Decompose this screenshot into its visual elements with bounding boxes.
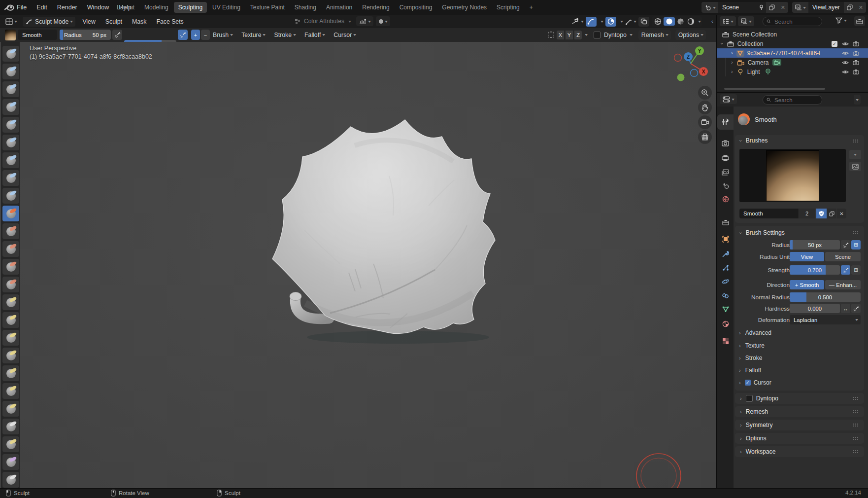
subpanel-texture[interactable]: ›Texture <box>739 341 765 350</box>
menu-brush[interactable]: Brush <box>213 32 229 38</box>
scene-unlink-button[interactable]: ✕ <box>778 2 788 13</box>
tab-sculpting[interactable]: Sculpting <box>174 2 207 13</box>
menu-stroke[interactable]: Stroke <box>274 32 292 38</box>
menu-file[interactable]: File <box>15 4 29 11</box>
shading-solid-button[interactable] <box>664 17 675 26</box>
options-drag-handle[interactable] <box>853 436 859 440</box>
direction-subtract-button[interactable]: − <box>201 30 210 40</box>
row-camera[interactable]: › Camera <box>717 58 868 67</box>
panel-dyntopo[interactable]: › Dyntopo <box>735 393 864 404</box>
symmetry-x-toggle[interactable]: X <box>557 31 564 39</box>
tool-clay-thumb[interactable] <box>2 117 19 133</box>
tool-inflate[interactable] <box>2 152 19 168</box>
display-dropdown[interactable]: ▾ <box>376 16 390 26</box>
brush-name-field[interactable]: Smooth <box>739 209 799 218</box>
tab-object[interactable] <box>717 233 734 246</box>
menu-render[interactable]: Render <box>55 4 79 11</box>
tab-constraints[interactable] <box>717 289 734 302</box>
tab-render[interactable] <box>717 137 734 149</box>
direction-smooth-button[interactable]: + Smooth <box>790 280 824 289</box>
strength-pressure-toggle[interactable] <box>178 30 188 40</box>
brush-preview-thumbnail[interactable] <box>5 30 16 40</box>
menu-texture[interactable]: Texture <box>241 32 261 38</box>
hardness-invert-button[interactable]: ↔ <box>841 304 850 313</box>
menu-falloff[interactable]: Falloff <box>304 32 321 38</box>
show-gizmos-toggle[interactable] <box>586 17 597 27</box>
tab-modeling[interactable]: Modeling <box>140 2 173 13</box>
tab-tool[interactable] <box>717 114 734 130</box>
object-hide-eye-icon[interactable] <box>842 51 849 56</box>
brush-users-count[interactable]: 2 <box>799 209 815 218</box>
scene-browse-button[interactable]: ▾ <box>701 2 718 13</box>
tool-clay[interactable] <box>2 81 19 97</box>
sculpted-leaf-object[interactable] <box>266 116 502 348</box>
ortho-perspective-toggle[interactable] <box>698 130 712 144</box>
dyntopo-checkbox[interactable] <box>594 32 601 38</box>
viewlayer-new-button[interactable] <box>844 2 856 13</box>
camera-hide-eye-icon[interactable] <box>842 60 849 65</box>
tab-geometry-nodes[interactable]: Geometry Nodes <box>437 2 491 13</box>
tab-layout[interactable]: Layout <box>112 2 139 13</box>
dyntopo-drag-handle[interactable] <box>853 396 859 400</box>
tab-scene[interactable] <box>717 179 734 192</box>
brush-settings-drag-handle[interactable] <box>853 231 859 235</box>
tool-multiplane-scrape[interactable] <box>2 259 19 275</box>
tool-simplify[interactable] <box>2 472 19 488</box>
cursor-checkbox[interactable]: ✓ <box>745 380 751 386</box>
row-scene-collection[interactable]: Scene Collection <box>717 30 868 39</box>
tool-clay-strips[interactable] <box>2 99 19 115</box>
tab-view-layer[interactable] <box>717 166 734 178</box>
symmetry-drag-handle[interactable] <box>853 423 859 427</box>
outliner-search-input[interactable] <box>773 18 818 25</box>
remesh-drag-handle[interactable] <box>853 410 859 414</box>
tool-elastic-deform[interactable] <box>2 312 19 328</box>
new-collection-button[interactable] <box>854 16 865 26</box>
dyntopo-panel-checkbox[interactable] <box>746 395 753 402</box>
menu-face-sets[interactable]: Face Sets <box>156 18 183 25</box>
scene-name-field[interactable]: Scene <box>718 4 757 11</box>
tool-snake-hook[interactable] <box>2 330 19 346</box>
annotate-tool-button[interactable]: ▾ <box>625 18 636 25</box>
camera-expand-icon[interactable]: › <box>731 60 733 65</box>
properties-search-input[interactable] <box>773 97 818 104</box>
scene-pin-icon[interactable] <box>757 2 766 13</box>
tab-rendering[interactable]: Rendering <box>358 2 394 13</box>
menu-edit[interactable]: Edit <box>34 4 49 11</box>
blender-logo-icon[interactable] <box>4 3 14 11</box>
menu-cursor[interactable]: Cursor <box>334 32 352 38</box>
tool-rotate[interactable] <box>2 401 19 417</box>
gizmo-negx-ball[interactable] <box>674 54 682 62</box>
outliner-type-button[interactable]: ▾ <box>720 16 736 26</box>
show-gizmo-context-button[interactable]: ▾ <box>571 18 583 25</box>
panel-symmetry[interactable]: › Symmetry <box>735 420 864 430</box>
symmetry-y-toggle[interactable]: Y <box>566 31 573 39</box>
menu-sculpt[interactable]: Sculpt <box>105 18 122 25</box>
tab-shading[interactable]: Shading <box>290 2 321 13</box>
menu-mask[interactable]: Mask <box>132 18 146 25</box>
properties-options-button[interactable]: ▾ <box>854 95 861 105</box>
properties-type-button[interactable]: ▾ <box>720 94 737 104</box>
tab-texture-paint[interactable]: Texture Paint <box>246 2 289 13</box>
scene-new-button[interactable] <box>766 2 778 13</box>
shading-material-button[interactable] <box>676 17 685 26</box>
row-collection[interactable]: › Collection ✓ <box>717 39 868 48</box>
tool-nudge[interactable] <box>2 383 19 399</box>
outliner-filter-display-button[interactable]: ▾ <box>738 16 754 26</box>
tool-boundary[interactable] <box>2 436 19 452</box>
remesh-menu[interactable]: Remesh▾ <box>638 30 671 40</box>
xray-toggle[interactable] <box>638 17 649 27</box>
tool-scrape[interactable] <box>2 241 19 257</box>
mode-selector[interactable]: Sculpt Mode ▾ <box>23 17 75 27</box>
brush-icon-button[interactable] <box>849 162 861 171</box>
collection-render-icon[interactable] <box>853 41 859 46</box>
row-active-object[interactable]: › 9c3a5ae7-7701-4074-a8f6-8cf8acaa8b02 <box>717 48 868 58</box>
outliner-filter-button[interactable]: ▾ <box>835 17 846 24</box>
tab-object-data[interactable] <box>717 303 734 316</box>
camera-render-icon[interactable] <box>853 60 859 65</box>
tab-uv-editing[interactable]: UV Editing <box>208 2 245 13</box>
gizmo-negz-ball[interactable] <box>691 70 698 77</box>
tool-crease[interactable] <box>2 188 19 204</box>
workspace-drag-handle[interactable] <box>853 450 859 454</box>
shading-wireframe-button[interactable] <box>653 17 663 26</box>
brush-settings-collapse-icon[interactable]: › <box>738 232 743 234</box>
